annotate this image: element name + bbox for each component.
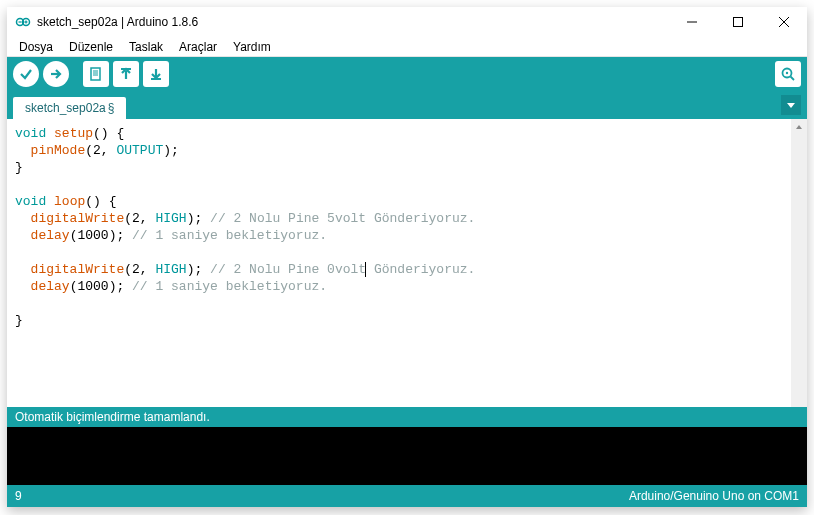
window-controls	[669, 7, 807, 37]
svg-rect-10	[91, 68, 100, 80]
menu-edit[interactable]: Düzenle	[61, 38, 121, 56]
svg-line-19	[791, 77, 795, 81]
menu-sketch[interactable]: Taslak	[121, 38, 171, 56]
editor-scrollbar[interactable]	[791, 119, 807, 407]
footer-bar: 9 Arduino/Genuino Uno on COM1	[7, 485, 807, 507]
svg-point-20	[786, 72, 788, 74]
open-sketch-button[interactable]	[113, 61, 139, 87]
window-title: sketch_sep02a | Arduino 1.8.6	[37, 15, 198, 29]
svg-marker-22	[796, 125, 802, 129]
maximize-button[interactable]	[715, 7, 761, 37]
new-sketch-button[interactable]	[83, 61, 109, 87]
upload-button[interactable]	[43, 61, 69, 87]
arduino-ide-window: sketch_sep02a | Arduino 1.8.6 Dosya Düze…	[7, 7, 807, 507]
save-sketch-button[interactable]	[143, 61, 169, 87]
tab-label: sketch_sep02a	[25, 101, 106, 115]
console-output[interactable]	[7, 427, 807, 485]
tab-menu-dropdown[interactable]	[781, 95, 801, 115]
toolbar	[7, 57, 807, 91]
menu-file[interactable]: Dosya	[11, 38, 61, 56]
tab-modified-marker: §	[108, 101, 115, 115]
tab-active[interactable]: sketch_sep02a§	[13, 97, 126, 119]
titlebar: sketch_sep02a | Arduino 1.8.6	[7, 7, 807, 37]
minimize-button[interactable]	[669, 7, 715, 37]
scroll-up-icon[interactable]	[791, 119, 807, 135]
serial-monitor-button[interactable]	[775, 61, 801, 87]
menubar: Dosya Düzenle Taslak Araçlar Yardım	[7, 37, 807, 57]
svg-rect-6	[734, 18, 743, 27]
code-editor[interactable]: void setup() { pinMode(2, OUTPUT); } voi…	[7, 119, 791, 407]
svg-marker-21	[787, 103, 795, 108]
arduino-logo-icon	[15, 14, 31, 30]
verify-button[interactable]	[13, 61, 39, 87]
menu-tools[interactable]: Araçlar	[171, 38, 225, 56]
status-bar: Otomatik biçimlendirme tamamlandı.	[7, 407, 807, 427]
close-button[interactable]	[761, 7, 807, 37]
editor-area: void setup() { pinMode(2, OUTPUT); } voi…	[7, 119, 807, 407]
menu-help[interactable]: Yardım	[225, 38, 279, 56]
status-message-text: Otomatik biçimlendirme tamamlandı.	[15, 410, 210, 424]
line-number: 9	[15, 489, 22, 503]
tabstrip: sketch_sep02a§	[7, 91, 807, 119]
board-port-label: Arduino/Genuino Uno on COM1	[629, 489, 799, 503]
